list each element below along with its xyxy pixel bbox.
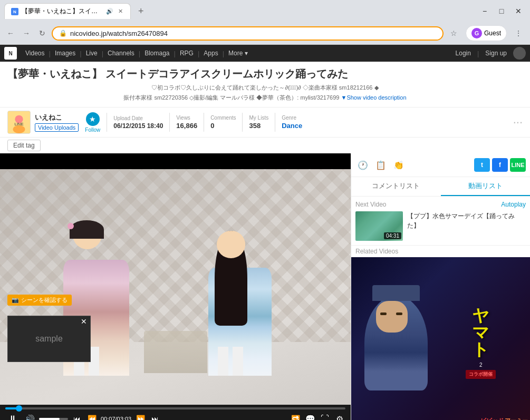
- tab-comment-list[interactable]: コメントリスト: [351, 177, 441, 196]
- forward-button[interactable]: →: [20, 27, 33, 40]
- page-content: 【夢華・いえねこ】 スイートデコラアイスクリームホリック踊ってみた ♡初コラボ♡…: [0, 62, 530, 420]
- close-button[interactable]: ✕: [511, 6, 526, 16]
- menu-icon[interactable]: ⋮: [511, 26, 526, 41]
- social-buttons: t f LINE: [474, 158, 526, 172]
- repeat-button[interactable]: 🔁: [290, 413, 301, 420]
- next-video-item[interactable]: 04:31 【ププ】水色サマーデイズ【踊ってみた】: [355, 211, 526, 241]
- next-button[interactable]: ⏭: [149, 413, 161, 420]
- nav-videos[interactable]: Videos: [21, 50, 49, 57]
- list-icon-button[interactable]: 📋: [373, 158, 388, 172]
- active-tab[interactable]: N 【夢華・いえねこ】スイートデコラ... 🔊 ✕: [4, 3, 131, 19]
- table-prop: [144, 331, 207, 373]
- comments-meta: Comments 0: [210, 115, 236, 130]
- nav-blomaga[interactable]: Blomaga: [140, 50, 174, 57]
- avatar: G: [471, 28, 482, 38]
- figure-face: [376, 301, 408, 333]
- clock-icon-button[interactable]: 🕐: [355, 158, 370, 172]
- rp-icon-row: 🕐 📋 👏 t f LINE: [351, 153, 530, 177]
- volume-button[interactable]: 🔊: [23, 413, 36, 420]
- meta-divider-5: [275, 113, 275, 132]
- address-bar[interactable]: 🔒 nicovideo.jp/watch/sm26470894: [52, 26, 444, 41]
- figure-eye-left: [380, 312, 387, 315]
- autoplay-link[interactable]: Autoplay: [501, 201, 526, 208]
- genre-value[interactable]: Dance: [282, 122, 302, 130]
- video-display: 📷 シーンを確認する ✕ sample: [0, 153, 351, 405]
- line-share-button[interactable]: LINE: [510, 158, 526, 172]
- next-video-thumb[interactable]: 04:31: [355, 211, 403, 241]
- leg-right-1: [218, 347, 228, 376]
- nav-rpg[interactable]: RPG: [176, 50, 198, 57]
- follow-button[interactable]: ★ Follow: [85, 112, 100, 133]
- show-desc-link[interactable]: ▼Show video description: [341, 94, 407, 101]
- maximize-button[interactable]: □: [494, 6, 509, 16]
- fullscreen-button[interactable]: ⛶: [319, 413, 331, 420]
- minimize-button[interactable]: −: [477, 6, 492, 16]
- upload-date-label: Upload Date: [113, 115, 163, 121]
- mylists-meta: My Lists 358: [249, 115, 268, 130]
- uploader-avatar[interactable]: LINE: [7, 111, 31, 134]
- settings-button[interactable]: ⚙: [334, 413, 345, 420]
- nav-channels[interactable]: Channels: [103, 50, 139, 57]
- uploader-section: LINE いえねこ Video Uploads: [7, 111, 79, 134]
- nav-images[interactable]: Images: [51, 50, 80, 57]
- volume-bar[interactable]: [39, 418, 68, 420]
- tab-close-button[interactable]: ✕: [117, 8, 124, 15]
- window-controls: − □ ✕: [477, 6, 526, 16]
- comment-toggle-button[interactable]: 💬: [304, 413, 316, 420]
- play-pause-button[interactable]: ⏸: [5, 412, 20, 420]
- profile-name: Guest: [484, 30, 501, 37]
- meta-divider-2: [169, 113, 170, 132]
- mylists-label: My Lists: [249, 115, 268, 121]
- more-meta-button[interactable]: ···: [513, 115, 523, 129]
- edit-tag-button[interactable]: Edit tag: [7, 140, 41, 151]
- time-display: 00:07/03:03: [101, 416, 131, 420]
- related-ad-banner[interactable]: ヤマト 2 コラボ開催 ビビッド アーミー ©YN/SB2202PC: [351, 257, 530, 420]
- login-button[interactable]: Login: [451, 47, 475, 59]
- leg-right-2: [233, 347, 243, 376]
- upload-date-meta: Upload Date 06/12/2015 18:40: [113, 115, 163, 130]
- ad-yamato-title: ヤマト: [472, 307, 489, 358]
- new-tab-button[interactable]: +: [134, 4, 148, 19]
- back-button[interactable]: ←: [4, 27, 17, 40]
- nico-nav: N Videos | Images | Live | Channels | Bl…: [0, 45, 530, 62]
- rewind-button[interactable]: ⏪: [86, 413, 98, 420]
- popular-icon-button[interactable]: 👏: [391, 158, 406, 172]
- signup-button[interactable]: Sign up: [481, 47, 511, 59]
- tab-video-list[interactable]: 動画リスト: [441, 177, 531, 196]
- scene-confirm-text: シーンを確認する: [21, 296, 68, 304]
- ad-army-text: アーミー: [505, 417, 528, 420]
- rp-tabs: コメントリスト 動画リスト: [351, 177, 530, 197]
- url-text: nicovideo.jp/watch/sm26470894: [70, 30, 436, 37]
- bookmarks-icon[interactable]: ☆: [447, 26, 461, 41]
- user-icon[interactable]: [513, 47, 526, 60]
- progress-bar[interactable]: [5, 407, 345, 409]
- dancer-right: [203, 231, 282, 376]
- profile-button[interactable]: G Guest: [466, 25, 507, 41]
- facebook-share-button[interactable]: f: [492, 158, 508, 172]
- video-uploads-link[interactable]: Video Uploads: [35, 123, 79, 132]
- nav-more[interactable]: More ▾: [224, 50, 252, 57]
- nico-nav-right: Login | Sign up: [451, 47, 526, 60]
- progress-handle[interactable]: [16, 405, 22, 412]
- nav-apps[interactable]: Apps: [199, 50, 222, 57]
- tab-audio-icon: 🔊: [106, 8, 113, 15]
- comments-value: 0: [210, 122, 236, 130]
- fastforward-button[interactable]: ⏩: [134, 413, 146, 420]
- nav-live[interactable]: Live: [82, 50, 102, 57]
- next-video-title[interactable]: 【ププ】水色サマーデイズ【踊ってみた】: [407, 211, 526, 230]
- video-title: 【夢華・いえねこ】 スイートデコラアイスクリームホリック踊ってみた: [7, 67, 523, 81]
- prev-button[interactable]: ⏮: [71, 413, 83, 420]
- video-meta-row: LINE いえねこ Video Uploads ★ Follow Upload …: [0, 107, 530, 138]
- sample-close-button[interactable]: ✕: [81, 317, 87, 326]
- ad-text-area: ヤマト 2 コラボ開催: [432, 257, 530, 420]
- address-bar-row: ← → ↻ 🔒 nicovideo.jp/watch/sm26470894 ☆ …: [0, 22, 530, 44]
- upload-date-value: 06/12/2015 18:40: [113, 122, 163, 130]
- scene-icon: 📷: [12, 297, 19, 304]
- toolbar-right: ☆ G Guest ⋮: [447, 25, 526, 41]
- nico-logo-text: N: [8, 51, 12, 56]
- refresh-button[interactable]: ↻: [36, 27, 49, 40]
- scene-confirm-button[interactable]: 📷 シーンを確認する: [7, 295, 72, 306]
- twitter-share-button[interactable]: t: [474, 158, 490, 172]
- ad-vivid-army: ビビッド アーミー: [480, 417, 528, 420]
- tab-favicon: N: [11, 8, 18, 15]
